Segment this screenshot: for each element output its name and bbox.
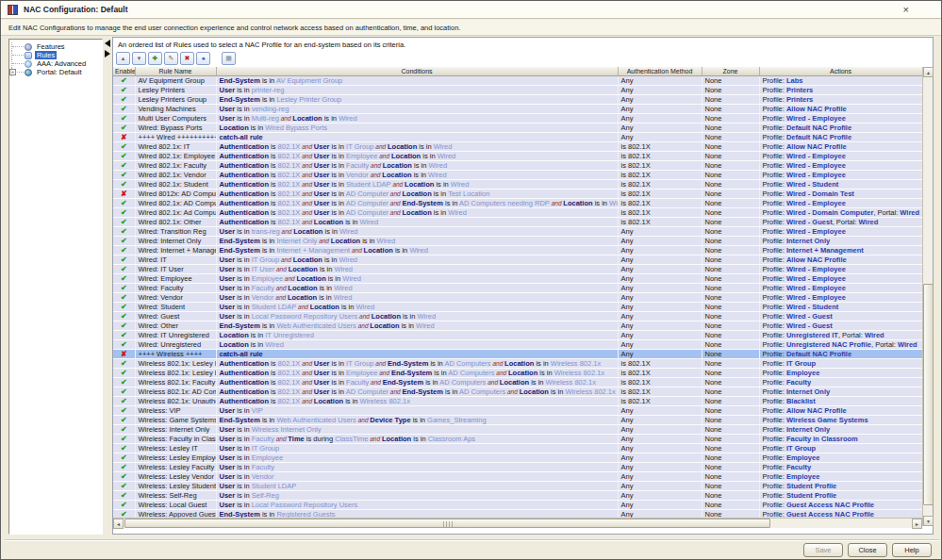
condition-value: Employee bbox=[346, 152, 377, 160]
conditions-cell: Authentication is 802.1X and User is in … bbox=[216, 387, 618, 396]
table-row[interactable]: ✔Wired: GuestUser is in Local Password R… bbox=[113, 311, 922, 321]
table-row[interactable]: ✔Wired: Internet OnlyEnd-System is in In… bbox=[113, 236, 922, 245]
column-header-conditions[interactable]: Conditions bbox=[216, 67, 618, 75]
table-row[interactable]: ✔Wireless: Appoved GuestEnd-System is in… bbox=[113, 509, 922, 518]
table-row[interactable]: ✔Wireless: Internet OnlyUser is in Wirel… bbox=[113, 424, 922, 434]
delete-rule-button[interactable]: ✖ bbox=[180, 52, 194, 65]
column-header-enabled[interactable]: Enabled bbox=[113, 67, 135, 75]
condition-subject: Location bbox=[288, 293, 317, 302]
table-row[interactable]: ✔Wireless: Lesley ITUser is in IT GroupA… bbox=[113, 443, 922, 453]
table-row[interactable]: ✔Wireless: Game SystemsEnd-System is in … bbox=[113, 415, 922, 424]
table-row[interactable]: ✔Wireless: Lesley VendorUser is in Vendo… bbox=[113, 471, 922, 481]
table-row[interactable]: ✔Wireless 802.1x: AD Comput...Authentica… bbox=[113, 387, 922, 396]
table-row[interactable]: ✔Wireless 802.1x: FacultyAuthentication … bbox=[113, 377, 922, 387]
condition-verb: is in bbox=[534, 359, 551, 368]
horizontal-scrollbar-thumb[interactable] bbox=[124, 519, 770, 528]
horizontal-scrollbar[interactable]: ◄ ► bbox=[113, 518, 922, 528]
table-row[interactable]: ✔Wireless: Self-RegUser is in Self-RegAn… bbox=[113, 490, 922, 500]
table-row[interactable]: ✔Wired 802.1x: EmployeeAuthentication is… bbox=[113, 151, 922, 160]
scroll-up-icon[interactable]: ▲ bbox=[923, 67, 934, 77]
collapse-right-icon[interactable] bbox=[105, 50, 110, 58]
sidebar-item-portal-default[interactable]: +Portal: Default bbox=[11, 68, 100, 76]
condition-subject: Location bbox=[405, 180, 434, 189]
conditions-cell: Authentication is 802.1X and User is in … bbox=[216, 170, 618, 179]
vertical-scrollbar[interactable]: ▲ ▼ bbox=[922, 67, 933, 526]
table-row[interactable]: ✔Wired 802.1x: ITAuthentication is 802.1… bbox=[113, 141, 922, 151]
condition-subject: Authentication bbox=[220, 369, 270, 377]
profile-label: Profile: bbox=[763, 142, 786, 151]
table-row[interactable]: ✔Wired 802.1x: StudentAuthentication is … bbox=[113, 179, 922, 189]
table-row[interactable]: ✔Vending MachinesUser is in vending-regA… bbox=[113, 104, 922, 113]
table-row[interactable]: ✔Wired: FacultyUser is in Faculty and Lo… bbox=[113, 283, 922, 292]
rule-groups-button[interactable]: ● bbox=[196, 52, 210, 65]
enabled-cell: ✔ bbox=[113, 481, 135, 490]
table-row[interactable]: ✔Wired: Bypass PortsLocation is in Wired… bbox=[113, 123, 922, 132]
rule-name-cell: Wireless: Self-Reg bbox=[135, 490, 216, 500]
zone-cell: None bbox=[702, 245, 759, 255]
sidebar-item-rules[interactable]: Rules bbox=[11, 51, 100, 59]
collapse-left-icon[interactable] bbox=[105, 40, 110, 47]
table-row[interactable]: ✔Multi User ComputersUser is in Multi-re… bbox=[113, 113, 922, 123]
condition-verb: is in bbox=[235, 425, 252, 434]
table-row[interactable]: ✔Wired: EmployeeUser is in Employee and … bbox=[113, 273, 922, 283]
move-down-button[interactable]: ▼ bbox=[132, 52, 146, 65]
preview-button[interactable]: ▦ bbox=[222, 52, 236, 65]
actions-cell: Profile: Faculty in Classroom bbox=[759, 434, 922, 443]
table-row[interactable]: ✔Wireless: Local GuestUser is in Local P… bbox=[113, 500, 922, 509]
table-row[interactable]: ✔Wired: Transition RegUser is in trans-r… bbox=[113, 226, 922, 236]
close-button[interactable]: Close bbox=[848, 543, 887, 557]
disabled-x-icon: ✘ bbox=[121, 189, 127, 198]
table-row[interactable]: ✔Wired 802.1x: Ad ComputersAuthenticatio… bbox=[113, 207, 922, 217]
vertical-scrollbar-thumb[interactable] bbox=[923, 284, 934, 505]
table-row[interactable]: ✔Wired: UnregisteredLocation is in Wired… bbox=[113, 339, 922, 349]
table-row[interactable]: ✔AV Equipment GroupEnd-System is in AV E… bbox=[113, 75, 922, 85]
scroll-left-icon[interactable]: ◄ bbox=[113, 519, 124, 529]
table-row[interactable]: ✔Wireless 802.1x: Unauthenti...Authentic… bbox=[113, 396, 922, 405]
table-row[interactable]: ✔Lesley PrintersUser is in printer-regAn… bbox=[113, 85, 922, 94]
condition-verb: is in bbox=[417, 142, 434, 151]
rule-name-cell: Wired: Other bbox=[135, 321, 216, 330]
table-row[interactable]: ✔Wireless: Lesley FacultyUser is in Facu… bbox=[113, 462, 922, 471]
table-row[interactable]: ✘++++ Wireless ++++catch-all ruleAnyNone… bbox=[113, 349, 922, 358]
expander-icon[interactable]: + bbox=[9, 69, 16, 75]
table-row[interactable]: ✔Wired 802.1x: VendorAuthentication is 8… bbox=[113, 170, 922, 179]
table-row[interactable]: ✔Wired: VendorUser is in Vendor and Loca… bbox=[113, 292, 922, 302]
edit-rule-button[interactable]: ✎ bbox=[164, 52, 178, 65]
save-button[interactable]: Save bbox=[803, 543, 843, 557]
add-rule-button[interactable]: ✚ bbox=[148, 52, 162, 65]
table-row[interactable]: ✔Wireless 802.1x: Lesley ITAuthenticatio… bbox=[113, 358, 922, 368]
table-row[interactable]: ✔Wired: OtherEnd-System is in Web Authen… bbox=[113, 321, 922, 330]
panel-splitter[interactable] bbox=[105, 40, 111, 60]
table-row[interactable]: ✔Wired 802.1x: FacultyAuthentication is … bbox=[113, 160, 922, 170]
close-icon[interactable]: × bbox=[903, 4, 909, 15]
table-row[interactable]: ✘++++ Wired ++++++++++++ ...catch-all ru… bbox=[113, 132, 922, 141]
table-row[interactable]: ✔Wireless: Lesley EmployeeUser is in Emp… bbox=[113, 453, 922, 462]
table-row[interactable]: ✔Wired 802.1x: OtherAuthentication is 80… bbox=[113, 217, 922, 226]
table-row[interactable]: ✔Lesley Printers GroupEnd-System is in L… bbox=[113, 94, 922, 104]
sidebar-item-features[interactable]: Features bbox=[11, 42, 100, 51]
profile-label: Profile: bbox=[763, 274, 786, 283]
condition-subject: User bbox=[220, 425, 236, 434]
auth-method-cell: Any bbox=[618, 113, 702, 123]
table-row[interactable]: ✘Wired 8012x: AD Computer ...Authenticat… bbox=[113, 189, 922, 198]
table-row[interactable]: ✔Wireless: Faculty in Classro...User is … bbox=[113, 434, 922, 443]
table-row[interactable]: ✔Wired: IT UserUser is in IT User and Lo… bbox=[113, 264, 922, 273]
table-row[interactable]: ✔Wired: IT UnregisteredLocation is in IT… bbox=[113, 330, 922, 339]
and-connector: and bbox=[283, 275, 296, 282]
column-header-actions[interactable]: Actions bbox=[759, 67, 922, 75]
column-header-zone[interactable]: Zone bbox=[702, 67, 759, 75]
table-row[interactable]: ✔Wired: Internet + ManagementEnd-System … bbox=[113, 245, 922, 255]
sidebar-item-aaa-advanced[interactable]: AAA: Advanced bbox=[11, 59, 100, 68]
column-header-authentication-method[interactable]: Authentication Method bbox=[618, 67, 702, 75]
table-row[interactable]: ✔Wireless 802.1x: Lesley Emp...Authentic… bbox=[113, 368, 922, 377]
column-header-rule-name[interactable]: Rule Name bbox=[135, 67, 216, 75]
move-up-button[interactable]: ▲ bbox=[116, 52, 130, 65]
scroll-right-icon[interactable]: ► bbox=[912, 519, 922, 529]
table-row[interactable]: ✔Wired: StudentUser is in Student LDAP a… bbox=[113, 302, 922, 311]
table-row[interactable]: ✔Wired 802.1x: AD Computer ...Authentica… bbox=[113, 198, 922, 207]
help-button[interactable]: Help bbox=[892, 543, 932, 557]
scroll-down-icon[interactable]: ▼ bbox=[923, 516, 934, 526]
table-row[interactable]: ✔Wired: ITUser is in IT Group and Locati… bbox=[113, 255, 922, 264]
table-row[interactable]: ✔Wireless: Lesley StudentUser is in Stud… bbox=[113, 481, 922, 490]
table-row[interactable]: ✔Wireless: VIPUser is in VIPAnyNoneProfi… bbox=[113, 405, 922, 415]
